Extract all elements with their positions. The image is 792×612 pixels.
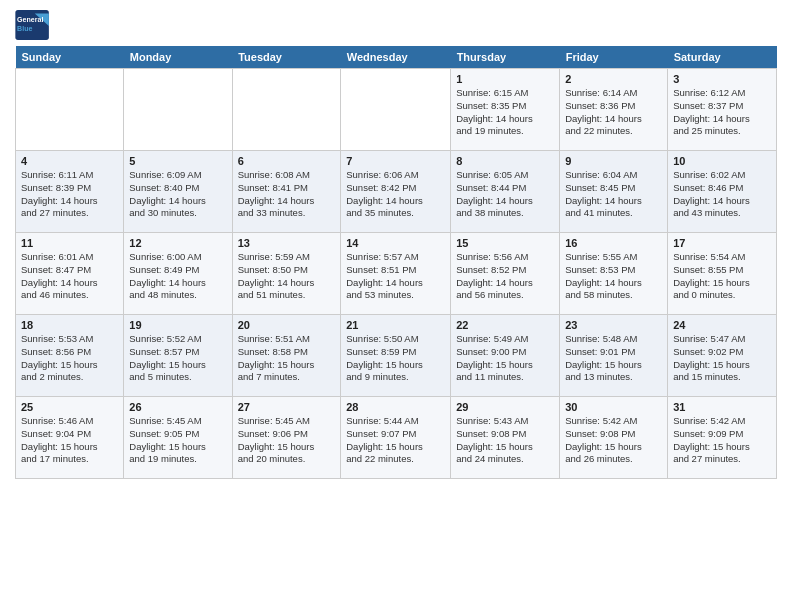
- page-container: General Blue SundayMondayTuesdayWednesda…: [0, 0, 792, 489]
- day-info: Sunrise: 5:43 AM Sunset: 9:08 PM Dayligh…: [456, 415, 554, 466]
- calendar-week-3: 11Sunrise: 6:01 AM Sunset: 8:47 PM Dayli…: [16, 233, 777, 315]
- calendar-cell: [232, 69, 341, 151]
- weekday-header-thursday: Thursday: [451, 46, 560, 69]
- calendar-cell: 1Sunrise: 6:15 AM Sunset: 8:35 PM Daylig…: [451, 69, 560, 151]
- day-info: Sunrise: 5:59 AM Sunset: 8:50 PM Dayligh…: [238, 251, 336, 302]
- day-info: Sunrise: 5:42 AM Sunset: 9:08 PM Dayligh…: [565, 415, 662, 466]
- day-info: Sunrise: 5:54 AM Sunset: 8:55 PM Dayligh…: [673, 251, 771, 302]
- day-number: 16: [565, 237, 662, 249]
- day-info: Sunrise: 6:08 AM Sunset: 8:41 PM Dayligh…: [238, 169, 336, 220]
- calendar-table: SundayMondayTuesdayWednesdayThursdayFrid…: [15, 46, 777, 479]
- calendar-cell: 21Sunrise: 5:50 AM Sunset: 8:59 PM Dayli…: [341, 315, 451, 397]
- day-info: Sunrise: 6:11 AM Sunset: 8:39 PM Dayligh…: [21, 169, 118, 220]
- calendar-cell: 18Sunrise: 5:53 AM Sunset: 8:56 PM Dayli…: [16, 315, 124, 397]
- weekday-header-sunday: Sunday: [16, 46, 124, 69]
- calendar-cell: 29Sunrise: 5:43 AM Sunset: 9:08 PM Dayli…: [451, 397, 560, 479]
- day-number: 9: [565, 155, 662, 167]
- page-header: General Blue: [15, 10, 777, 40]
- day-number: 30: [565, 401, 662, 413]
- day-number: 31: [673, 401, 771, 413]
- calendar-cell: 28Sunrise: 5:44 AM Sunset: 9:07 PM Dayli…: [341, 397, 451, 479]
- day-info: Sunrise: 5:45 AM Sunset: 9:06 PM Dayligh…: [238, 415, 336, 466]
- calendar-cell: 13Sunrise: 5:59 AM Sunset: 8:50 PM Dayli…: [232, 233, 341, 315]
- weekday-header-saturday: Saturday: [668, 46, 777, 69]
- day-info: Sunrise: 5:42 AM Sunset: 9:09 PM Dayligh…: [673, 415, 771, 466]
- day-info: Sunrise: 5:51 AM Sunset: 8:58 PM Dayligh…: [238, 333, 336, 384]
- calendar-cell: 24Sunrise: 5:47 AM Sunset: 9:02 PM Dayli…: [668, 315, 777, 397]
- calendar-cell: 7Sunrise: 6:06 AM Sunset: 8:42 PM Daylig…: [341, 151, 451, 233]
- day-info: Sunrise: 5:45 AM Sunset: 9:05 PM Dayligh…: [129, 415, 226, 466]
- day-number: 14: [346, 237, 445, 249]
- calendar-cell: 27Sunrise: 5:45 AM Sunset: 9:06 PM Dayli…: [232, 397, 341, 479]
- calendar-week-5: 25Sunrise: 5:46 AM Sunset: 9:04 PM Dayli…: [16, 397, 777, 479]
- calendar-cell: 19Sunrise: 5:52 AM Sunset: 8:57 PM Dayli…: [124, 315, 232, 397]
- calendar-cell: 2Sunrise: 6:14 AM Sunset: 8:36 PM Daylig…: [560, 69, 668, 151]
- day-info: Sunrise: 6:12 AM Sunset: 8:37 PM Dayligh…: [673, 87, 771, 138]
- calendar-cell: 16Sunrise: 5:55 AM Sunset: 8:53 PM Dayli…: [560, 233, 668, 315]
- calendar-cell: 20Sunrise: 5:51 AM Sunset: 8:58 PM Dayli…: [232, 315, 341, 397]
- svg-text:Blue: Blue: [17, 25, 32, 32]
- calendar-week-1: 1Sunrise: 6:15 AM Sunset: 8:35 PM Daylig…: [16, 69, 777, 151]
- day-number: 5: [129, 155, 226, 167]
- day-info: Sunrise: 6:02 AM Sunset: 8:46 PM Dayligh…: [673, 169, 771, 220]
- calendar-cell: 25Sunrise: 5:46 AM Sunset: 9:04 PM Dayli…: [16, 397, 124, 479]
- day-number: 25: [21, 401, 118, 413]
- day-number: 28: [346, 401, 445, 413]
- logo-icon: General Blue: [15, 10, 51, 40]
- day-number: 23: [565, 319, 662, 331]
- day-info: Sunrise: 5:46 AM Sunset: 9:04 PM Dayligh…: [21, 415, 118, 466]
- calendar-cell: 23Sunrise: 5:48 AM Sunset: 9:01 PM Dayli…: [560, 315, 668, 397]
- day-info: Sunrise: 5:55 AM Sunset: 8:53 PM Dayligh…: [565, 251, 662, 302]
- day-info: Sunrise: 5:50 AM Sunset: 8:59 PM Dayligh…: [346, 333, 445, 384]
- day-info: Sunrise: 5:47 AM Sunset: 9:02 PM Dayligh…: [673, 333, 771, 384]
- calendar-cell: 30Sunrise: 5:42 AM Sunset: 9:08 PM Dayli…: [560, 397, 668, 479]
- day-number: 3: [673, 73, 771, 85]
- day-number: 26: [129, 401, 226, 413]
- calendar-cell: 5Sunrise: 6:09 AM Sunset: 8:40 PM Daylig…: [124, 151, 232, 233]
- day-info: Sunrise: 5:49 AM Sunset: 9:00 PM Dayligh…: [456, 333, 554, 384]
- day-info: Sunrise: 5:44 AM Sunset: 9:07 PM Dayligh…: [346, 415, 445, 466]
- day-info: Sunrise: 5:52 AM Sunset: 8:57 PM Dayligh…: [129, 333, 226, 384]
- day-info: Sunrise: 5:53 AM Sunset: 8:56 PM Dayligh…: [21, 333, 118, 384]
- day-number: 1: [456, 73, 554, 85]
- calendar-cell: 22Sunrise: 5:49 AM Sunset: 9:00 PM Dayli…: [451, 315, 560, 397]
- day-info: Sunrise: 6:05 AM Sunset: 8:44 PM Dayligh…: [456, 169, 554, 220]
- weekday-header-monday: Monday: [124, 46, 232, 69]
- svg-text:General: General: [17, 16, 43, 23]
- day-info: Sunrise: 6:09 AM Sunset: 8:40 PM Dayligh…: [129, 169, 226, 220]
- day-info: Sunrise: 6:01 AM Sunset: 8:47 PM Dayligh…: [21, 251, 118, 302]
- calendar-cell: 4Sunrise: 6:11 AM Sunset: 8:39 PM Daylig…: [16, 151, 124, 233]
- calendar-cell: 6Sunrise: 6:08 AM Sunset: 8:41 PM Daylig…: [232, 151, 341, 233]
- weekday-header-friday: Friday: [560, 46, 668, 69]
- day-number: 12: [129, 237, 226, 249]
- day-info: Sunrise: 6:06 AM Sunset: 8:42 PM Dayligh…: [346, 169, 445, 220]
- day-info: Sunrise: 5:48 AM Sunset: 9:01 PM Dayligh…: [565, 333, 662, 384]
- day-info: Sunrise: 6:15 AM Sunset: 8:35 PM Dayligh…: [456, 87, 554, 138]
- calendar-cell: 26Sunrise: 5:45 AM Sunset: 9:05 PM Dayli…: [124, 397, 232, 479]
- day-number: 13: [238, 237, 336, 249]
- day-number: 18: [21, 319, 118, 331]
- day-number: 11: [21, 237, 118, 249]
- calendar-cell: [16, 69, 124, 151]
- calendar-cell: 14Sunrise: 5:57 AM Sunset: 8:51 PM Dayli…: [341, 233, 451, 315]
- weekday-header-row: SundayMondayTuesdayWednesdayThursdayFrid…: [16, 46, 777, 69]
- day-number: 10: [673, 155, 771, 167]
- calendar-cell: [341, 69, 451, 151]
- calendar-cell: 17Sunrise: 5:54 AM Sunset: 8:55 PM Dayli…: [668, 233, 777, 315]
- calendar-cell: [124, 69, 232, 151]
- weekday-header-tuesday: Tuesday: [232, 46, 341, 69]
- day-number: 7: [346, 155, 445, 167]
- day-number: 21: [346, 319, 445, 331]
- calendar-cell: 9Sunrise: 6:04 AM Sunset: 8:45 PM Daylig…: [560, 151, 668, 233]
- calendar-cell: 8Sunrise: 6:05 AM Sunset: 8:44 PM Daylig…: [451, 151, 560, 233]
- day-number: 2: [565, 73, 662, 85]
- logo: General Blue: [15, 10, 51, 40]
- day-number: 15: [456, 237, 554, 249]
- calendar-cell: 12Sunrise: 6:00 AM Sunset: 8:49 PM Dayli…: [124, 233, 232, 315]
- day-number: 8: [456, 155, 554, 167]
- day-info: Sunrise: 5:56 AM Sunset: 8:52 PM Dayligh…: [456, 251, 554, 302]
- day-info: Sunrise: 6:04 AM Sunset: 8:45 PM Dayligh…: [565, 169, 662, 220]
- day-number: 17: [673, 237, 771, 249]
- calendar-cell: 11Sunrise: 6:01 AM Sunset: 8:47 PM Dayli…: [16, 233, 124, 315]
- calendar-cell: 10Sunrise: 6:02 AM Sunset: 8:46 PM Dayli…: [668, 151, 777, 233]
